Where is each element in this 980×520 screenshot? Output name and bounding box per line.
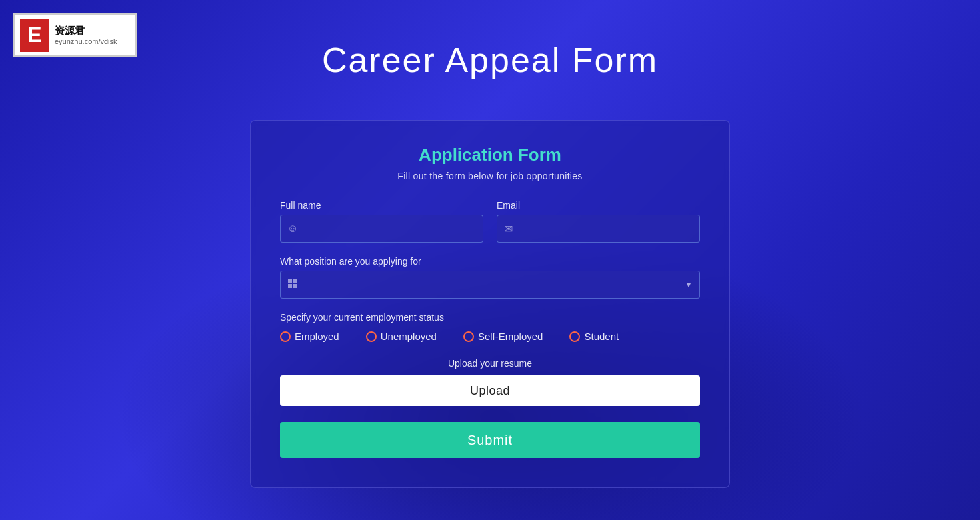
svg-rect-0 [288,279,292,283]
position-select[interactable]: Developer Designer Manager Analyst [303,271,693,298]
svg-rect-3 [293,284,297,288]
full-name-group: Full name ☺ [280,200,483,243]
employment-label: Specify your current employment status [280,312,700,323]
submit-button[interactable]: Submit [280,422,700,458]
email-input[interactable] [518,215,693,242]
radio-unemployed-label: Unemployed [381,331,437,342]
radio-item-self-employed[interactable]: Self-Employed [463,331,543,342]
radio-employed-label: Employed [295,331,339,342]
full-name-input-wrapper: ☺ [280,215,483,243]
upload-section: Upload your resume Upload [280,358,700,406]
position-select-wrapper: Developer Designer Manager Analyst ▼ [280,271,700,299]
email-icon: ✉ [504,223,513,235]
upload-button[interactable]: Upload [280,375,700,406]
email-group: Email ✉ [497,200,700,243]
radio-employed[interactable] [280,331,291,342]
full-name-input[interactable] [303,215,476,242]
name-email-row: Full name ☺ Email ✉ [280,200,700,243]
radio-student-label: Student [584,331,619,342]
radio-self-employed[interactable] [463,331,474,342]
svg-rect-1 [293,279,297,283]
page-title: Career Appeal Form [0,40,980,80]
radio-item-student[interactable]: Student [569,331,619,342]
form-title: Application Form [280,145,700,165]
employment-status-section: Specify your current employment status E… [280,312,700,342]
radio-item-unemployed[interactable]: Unemployed [366,331,437,342]
radio-item-employed[interactable]: Employed [280,331,339,342]
radio-unemployed[interactable] [366,331,377,342]
upload-label: Upload your resume [280,358,700,369]
brand-name: 资源君 [55,24,117,37]
user-icon: ☺ [287,223,298,235]
svg-rect-2 [288,284,292,288]
radio-student[interactable] [569,331,580,342]
radio-self-employed-label: Self-Employed [478,331,543,342]
full-name-label: Full name [280,200,483,211]
application-form-card: Application Form Fill out the form below… [250,120,730,488]
org-icon [287,278,298,291]
employment-radio-group: Employed Unemployed Self-Employed Studen… [280,331,700,342]
position-label: What position are you applying for [280,256,700,267]
email-label: Email [497,200,700,211]
email-input-wrapper: ✉ [497,215,700,243]
form-subtitle: Fill out the form below for job opportun… [280,171,700,181]
position-group: What position are you applying for Devel… [280,256,700,299]
